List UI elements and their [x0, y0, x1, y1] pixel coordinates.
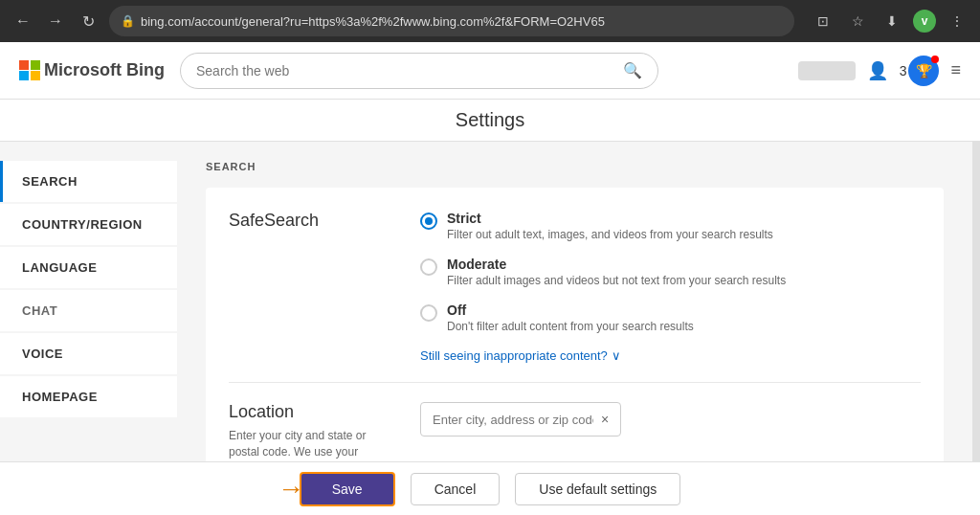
sidebar-item-language[interactable]: LANGUAGE	[0, 247, 177, 288]
logo-green	[31, 60, 40, 70]
use-default-button[interactable]: Use default settings	[515, 473, 680, 505]
header-actions: 👤 3 🏆 ≡	[798, 56, 961, 86]
location-description: Enter your city and state or postal code…	[229, 428, 382, 461]
logo-red	[19, 60, 29, 70]
radio-moderate-btn[interactable]	[420, 258, 437, 276]
reward-count: 3	[900, 63, 907, 78]
search-bar[interactable]: 🔍	[180, 53, 658, 89]
logo-text: Microsoft Bing	[44, 60, 165, 80]
arrow-indicator: →	[278, 474, 304, 504]
forward-button[interactable]: →	[42, 8, 69, 34]
sidebar-item-voice[interactable]: VOICE	[0, 333, 177, 374]
radio-strict[interactable]: Strict Filter out adult text, images, an…	[420, 211, 921, 241]
chevron-down-icon: ∨	[612, 348, 621, 363]
location-input-area: ×	[420, 402, 621, 461]
action-bar: → Save Cancel Use default settings	[0, 461, 980, 515]
user-icon[interactable]: 👤	[867, 60, 888, 81]
browser-actions: ⊡ ☆ ⬇ v ⋮	[810, 8, 970, 34]
profile-circle[interactable]: v	[913, 10, 936, 33]
settings-page: Settings SEARCH COUNTRY/REGION LANGUAGE …	[0, 100, 980, 515]
back-button[interactable]: ←	[10, 8, 36, 34]
reward-badge: 3 🏆	[900, 56, 940, 86]
logo-blue	[19, 71, 29, 80]
bing-logo: Microsoft Bing	[19, 60, 165, 81]
logo-yellow	[31, 71, 40, 80]
bing-header: Microsoft Bing 🔍 👤 3 🏆 ≡	[0, 42, 980, 100]
nav-buttons: ← → ↻	[10, 8, 101, 34]
sidebar-item-chat[interactable]: CHAT	[0, 290, 177, 331]
cancel-button[interactable]: Cancel	[411, 473, 501, 505]
section-label: SEARCH	[206, 161, 944, 172]
sidebar-item-search[interactable]: SEARCH	[0, 161, 177, 202]
location-label-block: Location Enter your city and state or po…	[229, 402, 382, 461]
safesearch-label: SafeSearch	[229, 211, 382, 363]
main-content: SEARCH SafeSearch Strict Filter out adul…	[177, 142, 972, 461]
location-row: Location Enter your city and state or po…	[229, 402, 921, 461]
radio-moderate-text: Moderate Filter adult images and videos …	[447, 257, 786, 287]
settings-title: Settings	[0, 100, 980, 142]
scrollbar-track[interactable]	[972, 142, 980, 461]
search-input[interactable]	[196, 63, 615, 78]
radio-off-text: Off Don't filter adult content from your…	[447, 302, 694, 333]
radio-moderate[interactable]: Moderate Filter adult images and videos …	[420, 257, 921, 287]
hamburger-menu[interactable]: ≡	[950, 60, 961, 80]
address-bar[interactable]: 🔒 bing.com/account/general?ru=https%3a%2…	[109, 6, 794, 36]
user-avatar-blurred	[798, 61, 856, 80]
radio-off[interactable]: Off Don't filter adult content from your…	[420, 302, 921, 333]
bookmark-button[interactable]: ☆	[844, 8, 871, 34]
notification-dot	[931, 56, 939, 63]
download-button[interactable]: ⬇	[879, 8, 905, 34]
refresh-button[interactable]: ↻	[75, 8, 101, 34]
sidebar-item-homepage[interactable]: HOMEPAGE	[0, 376, 177, 417]
browser-chrome: ← → ↻ 🔒 bing.com/account/general?ru=http…	[0, 0, 980, 42]
cast-button[interactable]: ⊡	[810, 8, 836, 34]
radio-strict-text: Strict Filter out adult text, images, an…	[447, 211, 773, 241]
safesearch-options: Strict Filter out adult text, images, an…	[420, 211, 921, 363]
settings-body: SEARCH COUNTRY/REGION LANGUAGE CHAT VOIC…	[0, 142, 980, 461]
inappropriate-link[interactable]: Still seeing inappropriate content? ∨	[420, 348, 921, 363]
location-input[interactable]	[433, 413, 593, 427]
safesearch-card: SafeSearch Strict Filter out adult text,…	[206, 188, 944, 461]
search-icon: 🔍	[623, 61, 642, 79]
sidebar: SEARCH COUNTRY/REGION LANGUAGE CHAT VOIC…	[0, 142, 177, 461]
more-button[interactable]: ⋮	[944, 8, 970, 34]
logo-icon	[19, 60, 40, 81]
address-text: bing.com/account/general?ru=https%3a%2f%…	[141, 14, 783, 29]
save-button[interactable]: Save	[300, 472, 395, 506]
lock-icon: 🔒	[121, 14, 135, 28]
sidebar-item-country[interactable]: COUNTRY/REGION	[0, 204, 177, 245]
location-title: Location	[229, 402, 382, 422]
radio-strict-btn[interactable]	[420, 213, 437, 230]
safesearch-row: SafeSearch Strict Filter out adult text,…	[229, 211, 921, 363]
trophy-button[interactable]: 🏆	[908, 56, 939, 86]
radio-off-btn[interactable]	[420, 304, 437, 322]
clear-location-button[interactable]: ×	[601, 412, 609, 427]
location-input-wrap[interactable]: ×	[420, 402, 621, 437]
